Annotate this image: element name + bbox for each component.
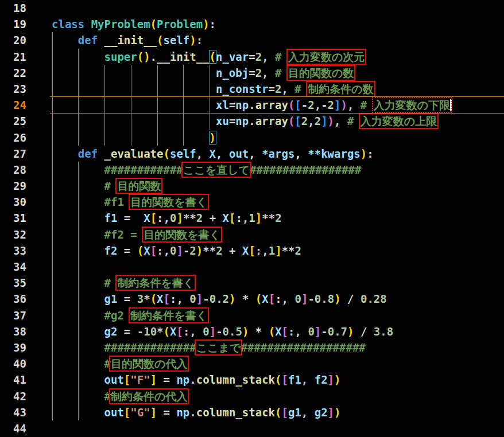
line-number[interactable]: 36 xyxy=(0,291,26,307)
code-token: ) xyxy=(229,292,235,305)
code-token: ) xyxy=(196,244,203,257)
line-number[interactable]: 39 xyxy=(0,340,26,356)
code-token: self xyxy=(170,147,196,160)
code-line-27[interactable]: def _evaluate(self, X, out, *args, **kwa… xyxy=(52,146,504,162)
code-token: _evaluate xyxy=(104,147,164,160)
code-token: # xyxy=(104,180,118,192)
code-token: X xyxy=(144,212,150,224)
code-token: ) xyxy=(242,325,249,338)
code-line-32[interactable]: #f2 = 目的関数を書く xyxy=(52,227,504,243)
line-number[interactable]: 21 xyxy=(0,49,26,65)
line-number[interactable]: 43 xyxy=(0,404,26,420)
code-line-43[interactable]: out["G"] = np.column_stack([g1, g2]) xyxy=(52,404,504,420)
line-number[interactable]: 34 xyxy=(0,259,26,275)
code-line-24[interactable]: xl=np.array([-2,-2]), # 入力変数の下限 xyxy=(52,97,504,113)
code-token: 1 xyxy=(249,212,255,224)
line-number[interactable]: 33 xyxy=(0,243,26,259)
code-token: ] xyxy=(150,373,157,386)
line-number[interactable]: 28 xyxy=(0,162,26,178)
line-number[interactable]: 22 xyxy=(0,65,26,81)
code-token: np xyxy=(176,373,189,386)
code-token xyxy=(98,34,104,46)
line-number[interactable]: 44 xyxy=(0,420,26,436)
code-line-22[interactable]: n_obj=2, # 目的関数の数 xyxy=(52,65,504,81)
line-number[interactable]: 35 xyxy=(0,275,26,291)
code-line-31[interactable]: f1 = X[:,0]**2 + X[:,1]**2 xyxy=(52,210,504,226)
line-number[interactable]: 23 xyxy=(0,81,26,97)
code-token: "G" xyxy=(130,406,150,419)
code-line-26[interactable]: ) xyxy=(52,130,504,146)
code-line-23[interactable]: n_constr=2, # 制約条件の数 xyxy=(52,81,504,97)
code-token: ( xyxy=(150,18,157,30)
line-number[interactable]: 41 xyxy=(0,372,26,388)
code-token: , xyxy=(301,373,315,386)
line-number[interactable]: 18 xyxy=(0,0,26,16)
code-line-41[interactable]: out["F"] = np.column_stack([f1, f2]) xyxy=(52,372,504,388)
code-line-42[interactable]: #制約条件の代入 xyxy=(52,388,504,404)
code-token: - xyxy=(183,244,189,257)
line-number[interactable]: 25 xyxy=(0,113,26,129)
code-line-20[interactable]: def __init__(self): xyxy=(52,32,504,48)
editor-code-area[interactable]: class MyProblem(Problem): def __init__(s… xyxy=(52,0,504,437)
code-line-38[interactable]: g2 = -10*(X[:, 0]-0.5) * (X[:, 0]-0.7) /… xyxy=(52,323,504,340)
code-token: np xyxy=(235,99,249,111)
code-token: 0.2 xyxy=(210,292,229,305)
line-number[interactable]: 38 xyxy=(0,323,26,340)
code-token: Problem xyxy=(157,18,203,30)
code-token: MyProblem xyxy=(91,18,150,30)
code-token: column_stack xyxy=(196,373,275,386)
code-token: X xyxy=(242,244,249,257)
code-token: ) xyxy=(189,34,196,46)
code-token: f1 xyxy=(104,212,118,224)
code-line-33[interactable]: f2 = (X[:,0]-2)**2 + X[:,1]**2 xyxy=(52,243,504,259)
code-token: , xyxy=(334,115,347,127)
code-token: ] xyxy=(176,244,183,257)
line-number[interactable]: 32 xyxy=(0,227,26,243)
code-line-34[interactable] xyxy=(52,259,504,275)
code-token xyxy=(52,163,104,176)
code-token: xu xyxy=(216,115,229,127)
line-number[interactable]: 24 xyxy=(0,97,26,113)
code-line-36[interactable]: g1 = 3*(X[:, 0]-0.2) * (X[:, 0]-0.8) / 0… xyxy=(52,291,504,307)
line-number[interactable]: 30 xyxy=(0,194,26,210)
code-line-21[interactable]: super().__init__(n_var=2, # 入力変数の次元 xyxy=(52,49,504,65)
code-line-19[interactable]: class MyProblem(Problem): xyxy=(52,16,504,32)
code-token: ################### xyxy=(241,341,365,354)
code-token: ( xyxy=(164,147,170,160)
line-number[interactable]: 19 xyxy=(0,16,26,32)
code-token: ) xyxy=(347,325,354,338)
code-line-39[interactable]: ##############ここまで################### xyxy=(52,340,504,356)
code-token: ) xyxy=(334,406,340,419)
code-token: __init__ xyxy=(104,34,157,46)
code-line-29[interactable]: # 目的関数 xyxy=(52,178,504,194)
code-line-35[interactable]: # 制約条件を書く xyxy=(52,275,504,291)
code-token: = xyxy=(117,212,144,224)
code-token: [ xyxy=(150,212,157,224)
code-line-25[interactable]: xu=np.array([2,2]), # 入力変数の上限 xyxy=(52,113,504,129)
code-token: ] xyxy=(196,292,203,305)
line-number[interactable]: 20 xyxy=(0,32,26,48)
annotation-box: 目的関数を書く xyxy=(144,228,220,241)
line-number[interactable]: 27 xyxy=(0,146,26,162)
code-line-40[interactable]: #目的関数の代入 xyxy=(52,356,504,372)
line-number[interactable]: 29 xyxy=(0,178,26,194)
line-number[interactable]: 37 xyxy=(0,307,26,323)
code-line-44[interactable] xyxy=(52,420,504,436)
code-token: ( xyxy=(157,34,163,46)
code-token: [ xyxy=(294,99,301,111)
annotation-box: 目的関数 xyxy=(117,180,161,192)
code-token: 10 xyxy=(144,325,157,338)
code-line-37[interactable]: #g2 制約条件を書く xyxy=(52,307,504,323)
code-line-30[interactable]: #f1 目的関数を書く xyxy=(52,194,504,210)
line-number[interactable]: 31 xyxy=(0,210,26,226)
line-number[interactable]: 42 xyxy=(0,388,26,404)
code-token: class xyxy=(52,18,84,30)
code-token: / xyxy=(341,292,360,305)
line-number[interactable]: 40 xyxy=(0,356,26,372)
line-number[interactable]: 26 xyxy=(0,130,26,146)
code-line-28[interactable]: ############ここを直して################# xyxy=(52,162,504,178)
code-line-18[interactable] xyxy=(52,0,504,16)
code-token: . xyxy=(249,115,255,127)
code-editor[interactable]: 1819202122232425262728293031323334353637… xyxy=(0,0,504,437)
code-token: g1 xyxy=(104,292,118,305)
